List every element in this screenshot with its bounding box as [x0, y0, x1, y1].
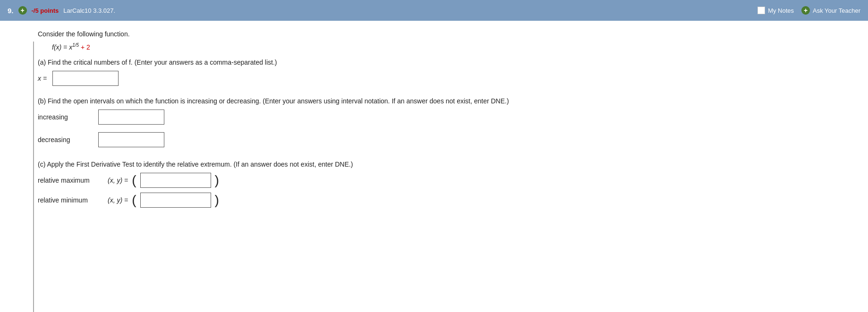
intro-text: Consider the following function.	[38, 30, 830, 38]
header-right: My Notes + Ask Your Teacher	[757, 6, 860, 15]
ask-teacher-button[interactable]: + Ask Your Teacher	[801, 6, 860, 15]
notes-icon	[757, 7, 765, 14]
part-a-input[interactable]	[52, 71, 119, 86]
part-b-section: (b) Find the open intervals on which the…	[38, 97, 830, 147]
left-divider	[33, 42, 34, 312]
rel-min-close-paren: )	[215, 194, 219, 207]
function-display: f(x) = x1/5 + 2	[52, 42, 830, 51]
rel-max-label: relative maximum	[38, 177, 104, 184]
rel-max-input[interactable]	[140, 173, 211, 188]
function-suffix: + 2	[79, 43, 90, 51]
rel-min-input[interactable]	[140, 193, 211, 208]
question-number: 9.	[8, 7, 14, 15]
part-a-section: (a) Find the critical numbers of f. (Ent…	[38, 59, 830, 86]
relative-min-row: relative minimum (x, y) = ( )	[38, 193, 830, 208]
add-icon[interactable]: +	[18, 6, 27, 15]
my-notes-button[interactable]: My Notes	[757, 7, 794, 14]
function-prefix: f(x) = x1/5	[52, 43, 79, 51]
ask-teacher-label: Ask Your Teacher	[813, 7, 860, 14]
header-bar: 9. + -/5 points LarCalc10 3.3.027. My No…	[0, 0, 868, 21]
source-text: LarCalc10 3.3.027.	[63, 7, 115, 14]
part-c-section: (c) Apply the First Derivative Test to i…	[38, 160, 830, 208]
part-b-label: (b) Find the open intervals on which the…	[38, 97, 830, 105]
part-a-label: (a) Find the critical numbers of f. (Ent…	[38, 59, 830, 66]
content-area: Consider the following function. f(x) = …	[0, 21, 868, 222]
x-equals-label: x =	[38, 75, 47, 82]
header-left: 9. + -/5 points LarCalc10 3.3.027.	[8, 6, 115, 15]
increasing-input[interactable]	[98, 110, 164, 125]
increasing-label: increasing	[38, 113, 94, 121]
rel-min-label: relative minimum	[38, 196, 104, 204]
part-c-label: (c) Apply the First Derivative Test to i…	[38, 160, 830, 168]
rel-min-open-paren: (	[132, 194, 136, 207]
rel-max-close-paren: )	[215, 174, 219, 187]
increasing-row: increasing	[38, 110, 830, 125]
my-notes-label: My Notes	[768, 7, 794, 14]
relative-max-row: relative maximum (x, y) = ( )	[38, 173, 830, 188]
points-text: -/5 points	[32, 7, 59, 14]
rel-max-open-paren: (	[132, 174, 136, 187]
rel-max-xy-equals: (x, y) =	[108, 177, 128, 184]
decreasing-label: decreasing	[38, 136, 94, 143]
part-a-input-row: x =	[38, 71, 830, 86]
decreasing-row: decreasing	[38, 132, 830, 147]
decreasing-input[interactable]	[98, 132, 164, 147]
rel-min-xy-equals: (x, y) =	[108, 196, 128, 204]
ask-teacher-icon: +	[801, 6, 810, 15]
